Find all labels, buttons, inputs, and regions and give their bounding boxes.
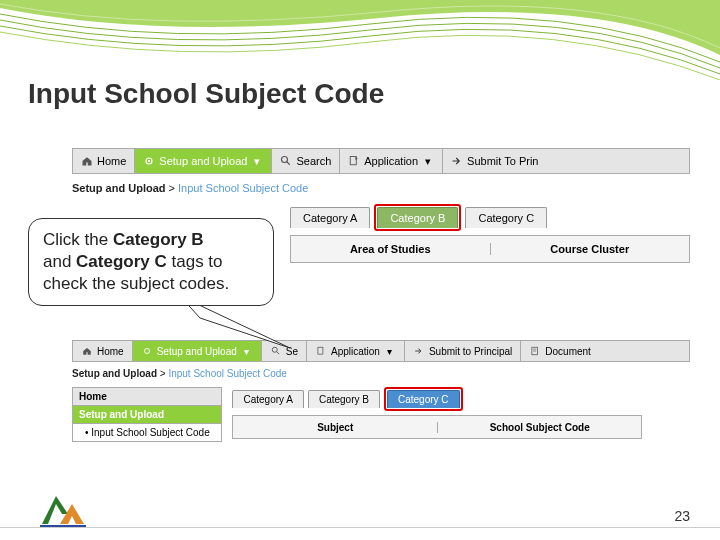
breadcrumb-lower: Setup and Upload > Input School Subject … [72, 368, 690, 379]
gear-upload-icon [143, 155, 155, 167]
nav-setup-upload[interactable]: Setup and Upload ▾ [135, 149, 272, 173]
navbar-upper: Home Setup and Upload ▾ Search Applicati… [72, 148, 690, 174]
nav-label: Home [97, 155, 126, 167]
svg-point-5 [144, 349, 149, 354]
nav-label: Application [364, 155, 418, 167]
nav-home[interactable]: Home [73, 341, 133, 361]
document-icon [529, 345, 541, 357]
category-tabs-upper: Category A Category B Category C [290, 204, 690, 231]
nav-label: Document [545, 346, 591, 357]
tab-category-b[interactable]: Category B [377, 207, 458, 228]
screenshot-lower: Home Setup and Upload ▾ Se Application ▾ [72, 340, 690, 442]
tab-category-c[interactable]: Category C [387, 390, 460, 408]
column-area-of-studies: Area of Studies [291, 243, 491, 255]
sidebar-home[interactable]: Home [72, 387, 222, 406]
search-icon [280, 155, 292, 167]
submit-icon [451, 155, 463, 167]
nav-search[interactable]: Search [272, 149, 340, 173]
column-subject: Subject [233, 422, 438, 433]
application-icon [315, 345, 327, 357]
slide-title: Input School Subject Code [28, 78, 384, 110]
nav-submit-principal[interactable]: Submit To Prin [443, 149, 546, 173]
tab-category-c[interactable]: Category C [465, 207, 547, 228]
nav-label: Setup and Upload [159, 155, 247, 167]
breadcrumb-root: Setup and Upload [72, 368, 157, 379]
sidebar-setup-upload[interactable]: Setup and Upload [72, 406, 222, 424]
column-course-cluster: Course Cluster [491, 243, 690, 255]
chevron-down-icon: ▾ [251, 155, 263, 167]
breadcrumb-sep: > [169, 182, 175, 194]
tab-category-a[interactable]: Category A [290, 207, 370, 228]
instruction-callout: Click the Category B and Category C tags… [28, 218, 274, 306]
highlight-category-b: Category B [374, 204, 461, 231]
svg-point-1 [148, 160, 150, 162]
tab-category-b[interactable]: Category B [308, 390, 380, 408]
highlight-category-c: Category C [384, 387, 463, 411]
table-header-lower: Subject School Subject Code [232, 415, 642, 439]
sidebar-input-subject-code[interactable]: • Input School Subject Code [72, 424, 222, 442]
sidebar-lower: Home Setup and Upload • Input School Sub… [72, 387, 222, 442]
nav-label: Submit To Prin [467, 155, 538, 167]
application-icon [348, 155, 360, 167]
svg-rect-8 [318, 347, 323, 354]
breadcrumb-current: Input School Subject Code [168, 368, 286, 379]
nav-submit-principal[interactable]: Submit to Principal [405, 341, 521, 361]
nav-document[interactable]: Document [521, 341, 599, 361]
slide-decor [0, 0, 720, 80]
nav-label: Submit to Principal [429, 346, 512, 357]
nav-application[interactable]: Application ▾ [340, 149, 443, 173]
nav-label: Application [331, 346, 380, 357]
chevron-down-icon: ▾ [422, 155, 434, 167]
navbar-lower: Home Setup and Upload ▾ Se Application ▾ [72, 340, 690, 362]
gear-upload-icon [141, 345, 153, 357]
breadcrumb-upper: Setup and Upload > Input School Subject … [72, 182, 690, 194]
chevron-down-icon: ▾ [384, 345, 396, 357]
nav-label: Home [97, 346, 124, 357]
svg-rect-4 [351, 157, 357, 165]
nav-label: Search [296, 155, 331, 167]
category-tabs-lower: Category A Category B Category C [232, 387, 642, 411]
page-number: 23 [674, 508, 690, 524]
column-school-subject-code: School Subject Code [438, 422, 642, 433]
footer-divider [0, 527, 720, 528]
tab-category-a[interactable]: Category A [232, 390, 303, 408]
submit-icon [413, 345, 425, 357]
breadcrumb-sep: > [160, 368, 166, 379]
svg-line-3 [287, 162, 290, 165]
breadcrumb-root: Setup and Upload [72, 182, 166, 194]
home-icon [81, 155, 93, 167]
svg-point-2 [282, 157, 288, 163]
nav-home[interactable]: Home [73, 149, 135, 173]
table-header-upper: Area of Studies Course Cluster [290, 235, 690, 263]
home-icon [81, 345, 93, 357]
nav-application[interactable]: Application ▾ [307, 341, 405, 361]
logo [38, 490, 88, 530]
breadcrumb-current: Input School Subject Code [178, 182, 308, 194]
